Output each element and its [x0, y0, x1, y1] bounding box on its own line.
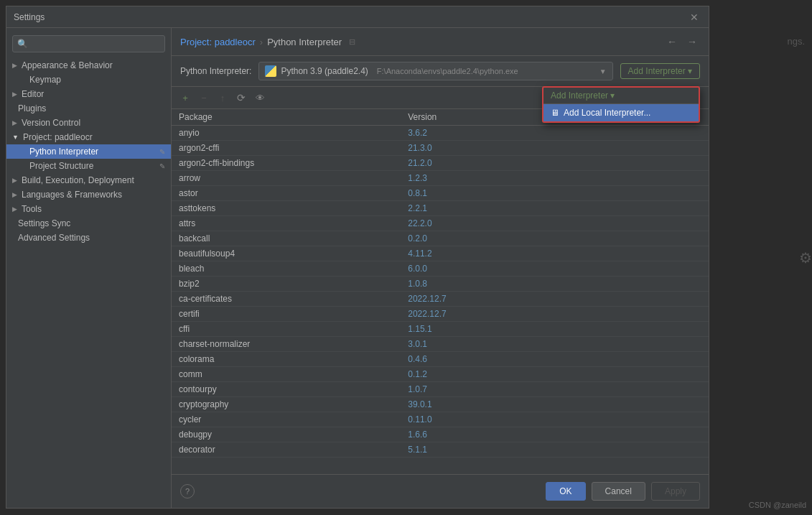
remove-package-button[interactable]: − — [196, 90, 212, 106]
table-row[interactable]: charset-normalizer3.0.1 — [172, 337, 709, 352]
sidebar-item-advanced-settings[interactable]: Advanced Settings — [6, 231, 171, 245]
package-name: bzip2 — [172, 277, 401, 292]
table-row[interactable]: ca-certificates2022.12.7 — [172, 292, 709, 307]
sidebar-item-settings-sync[interactable]: Settings Sync — [6, 216, 171, 231]
package-version: 3.6.2 — [401, 126, 535, 141]
table-row[interactable]: cffi1.15.1 — [172, 322, 709, 337]
package-name: argon2-cffi-bindings — [172, 156, 401, 171]
package-name: asttokens — [172, 201, 401, 216]
add-local-interpreter-item[interactable]: 🖥 Add Local Interpreter... — [543, 104, 699, 121]
package-name: colorama — [172, 352, 401, 367]
sidebar-item-version-control[interactable]: ▶ Version Control — [6, 116, 171, 130]
ok-button[interactable]: OK — [546, 482, 585, 501]
package-version: 3.0.1 — [401, 337, 535, 352]
sidebar-item-label: Project Structure — [29, 161, 93, 171]
close-button[interactable]: ✕ — [687, 10, 701, 24]
table-row[interactable]: argon2-cffi-bindings21.2.0 — [172, 156, 709, 171]
table-row[interactable]: cryptography39.0.1 — [172, 397, 709, 412]
refresh-button[interactable]: ⟳ — [233, 90, 249, 106]
cancel-button[interactable]: Cancel — [592, 482, 645, 501]
search-box[interactable]: 🔍 — [12, 35, 165, 52]
table-row[interactable]: certifi2022.12.7 — [172, 307, 709, 322]
show-paths-button[interactable]: 👁 — [252, 90, 268, 106]
table-row[interactable]: asttokens2.2.1 — [172, 201, 709, 216]
triangle-open-icon: ▼ — [12, 134, 19, 141]
remove-icon: − — [201, 93, 207, 103]
dropdown-item-label: Add Local Interpreter... — [564, 108, 650, 118]
forward-arrow[interactable]: → — [684, 34, 700, 50]
breadcrumb-separator: › — [260, 37, 263, 47]
table-row[interactable]: bleach6.0.0 — [172, 261, 709, 277]
package-name: anyio — [172, 126, 401, 141]
package-latest-version — [535, 261, 709, 277]
interpreter-select[interactable]: Python 3.9 (paddle2.4) F:\Anaconda\envs\… — [258, 62, 612, 80]
sidebar-item-editor[interactable]: ▶ Editor — [6, 87, 171, 101]
add-interpreter-button[interactable]: Add Interpreter ▾ — [620, 63, 700, 79]
footer: ? OK Cancel Apply — [172, 474, 709, 508]
package-name: arrow — [172, 171, 401, 186]
edit-icon: ✎ — [159, 162, 165, 170]
package-latest-version — [535, 412, 709, 427]
sidebar-item-build-execution[interactable]: ▶ Build, Execution, Deployment — [6, 173, 171, 187]
back-arrow[interactable]: ← — [664, 34, 680, 50]
help-button[interactable]: ? — [180, 484, 195, 498]
package-version: 21.3.0 — [401, 141, 535, 156]
sidebar-item-label: Keymap — [29, 75, 61, 85]
sidebar-item-python-interpreter[interactable]: Python Interpreter ✎ — [6, 144, 171, 159]
package-latest-version — [535, 427, 709, 442]
table-row[interactable]: arrow1.2.3 — [172, 171, 709, 186]
table-row[interactable]: contourpy1.0.7 — [172, 382, 709, 397]
package-name: bleach — [172, 261, 401, 277]
upgrade-package-button[interactable]: ↑ — [215, 90, 230, 106]
package-name: beautifulsoup4 — [172, 246, 401, 261]
table-row[interactable]: astor0.8.1 — [172, 186, 709, 201]
package-latest-version — [535, 171, 709, 186]
triangle-icon: ▶ — [12, 177, 17, 184]
add-package-button[interactable]: + — [177, 90, 193, 106]
package-latest-version — [535, 216, 709, 231]
sidebar-item-project[interactable]: ▼ Project: paddleocr — [6, 130, 171, 144]
package-latest-version — [535, 337, 709, 352]
packages-table-container[interactable]: Package Version Latest version anyio3.6.… — [172, 109, 709, 474]
table-row[interactable]: bzip21.0.8 — [172, 277, 709, 292]
package-latest-version — [535, 126, 709, 141]
table-row[interactable]: backcall0.2.0 — [172, 231, 709, 246]
table-row[interactable]: beautifulsoup44.11.2 — [172, 246, 709, 261]
package-name: cycler — [172, 412, 401, 427]
breadcrumb-project[interactable]: Project: paddleocr — [180, 37, 256, 47]
package-version: 2022.12.7 — [401, 292, 535, 307]
sidebar-item-languages-frameworks[interactable]: ▶ Languages & Frameworks — [6, 187, 171, 202]
table-row[interactable]: colorama0.4.6 — [172, 352, 709, 367]
sidebar-item-project-structure[interactable]: Project Structure ✎ — [6, 159, 171, 173]
col-version[interactable]: Version — [401, 109, 535, 126]
sidebar-item-label: Tools — [22, 204, 42, 214]
package-version: 21.2.0 — [401, 156, 535, 171]
table-row[interactable]: decorator5.1.1 — [172, 442, 709, 458]
sidebar-item-keymap[interactable]: Keymap — [6, 73, 171, 87]
package-latest-version — [535, 352, 709, 367]
package-name: backcall — [172, 231, 401, 246]
sidebar-item-tools[interactable]: ▶ Tools — [6, 202, 171, 216]
triangle-icon: ▶ — [12, 119, 17, 126]
package-version: 22.2.0 — [401, 216, 535, 231]
table-row[interactable]: anyio3.6.2 — [172, 126, 709, 141]
table-row[interactable]: argon2-cffi21.3.0 — [172, 141, 709, 156]
col-package[interactable]: Package — [172, 109, 401, 126]
sidebar-item-label: Build, Execution, Deployment — [22, 175, 134, 185]
refresh-icon: ⟳ — [237, 92, 246, 103]
package-name: argon2-cffi — [172, 141, 401, 156]
package-latest-version — [535, 397, 709, 412]
interpreter-name: Python 3.9 (paddle2.4) — [281, 66, 368, 76]
sidebar-item-label: Version Control — [22, 118, 80, 128]
table-row[interactable]: attrs22.2.0 — [172, 216, 709, 231]
dropdown-header-label: Add Interpreter ▾ — [551, 91, 615, 101]
sidebar-item-label: Project: paddleocr — [23, 132, 93, 142]
table-row[interactable]: cycler0.11.0 — [172, 412, 709, 427]
table-row[interactable]: debugpy1.6.6 — [172, 427, 709, 442]
package-version: 2022.12.7 — [401, 307, 535, 322]
sidebar-item-label: Languages & Frameworks — [22, 190, 122, 200]
sidebar-item-plugins[interactable]: Plugins — [6, 101, 171, 116]
table-row[interactable]: comm0.1.2 — [172, 367, 709, 382]
apply-button[interactable]: Apply — [651, 482, 700, 501]
sidebar-item-appearance[interactable]: ▶ Appearance & Behavior — [6, 58, 171, 73]
